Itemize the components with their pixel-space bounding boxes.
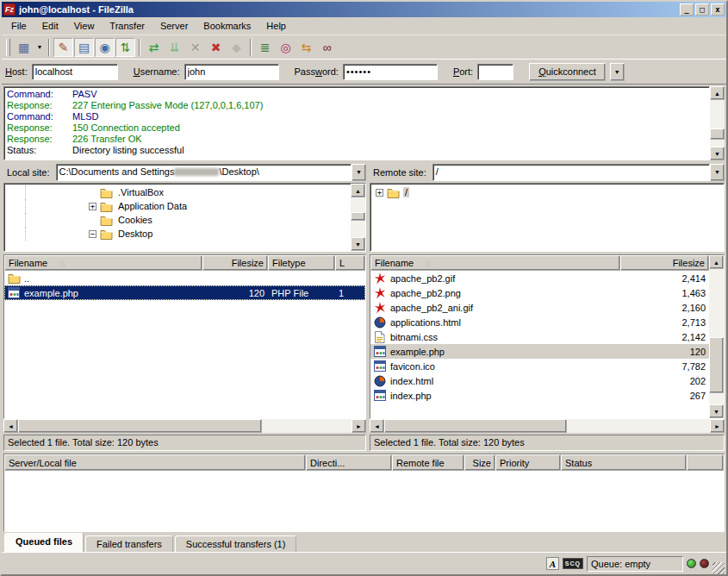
column-header-filesize[interactable]: Filesize [620, 255, 709, 271]
file-row[interactable]: apache_pb2.png1,463 [370, 285, 709, 300]
scroll-right-icon[interactable]: ► [352, 419, 366, 433]
queue-column-header-priority[interactable]: Priority [495, 454, 561, 471]
username-input[interactable] [184, 64, 279, 80]
queue-tabs: Queued filesFailed transfersSuccessful t… [2, 532, 726, 552]
synchronized-browsing-icon[interactable]: ⇆ [296, 38, 316, 57]
menu-server[interactable]: Server [152, 19, 196, 33]
collapse-icon[interactable]: − [89, 230, 96, 238]
close-button[interactable]: x [711, 3, 725, 16]
port-input[interactable] [477, 64, 513, 80]
remote-site-path[interactable]: / [432, 164, 710, 181]
compare-directories-icon[interactable]: ◎ [276, 38, 296, 57]
queue-column-header-size[interactable]: Size [464, 454, 495, 471]
tab-successful-transfers-1[interactable]: Successful transfers (1) [175, 535, 297, 552]
remote-list-hscroll[interactable]: ◄ ► [370, 419, 725, 433]
local-tree-vscroll[interactable]: ▲ ▼ [351, 184, 365, 251]
minimize-button[interactable]: _ [680, 3, 694, 16]
file-row[interactable]: bitnami.css2,142 [370, 329, 709, 344]
scroll-thumb[interactable] [384, 419, 567, 433]
quickconnect-bar: Host: Username: Password: Port: Quickcon… [2, 59, 726, 85]
tree-item[interactable]: +Application Data [4, 199, 351, 213]
queue-column-header-server-local-file[interactable]: Server/Local file [4, 454, 306, 471]
scroll-up-icon[interactable]: ▲ [710, 86, 725, 100]
file-row[interactable]: favicon.ico7,782 [370, 359, 709, 373]
quickconnect-dropdown[interactable]: ▼ [610, 63, 625, 81]
scroll-thumb[interactable] [710, 128, 725, 140]
queue-column-header-remote-file[interactable]: Remote file [392, 454, 464, 471]
process-queue-icon[interactable]: ⇊ [165, 38, 184, 57]
queue-column-header-directi-[interactable]: Directi... [306, 454, 392, 471]
tab-queued-files[interactable]: Queued files [4, 533, 84, 552]
column-header-filename[interactable]: Filename△ [370, 255, 620, 271]
menu-view[interactable]: View [66, 19, 103, 33]
file-row[interactable]: index.html202 [370, 373, 709, 388]
host-input[interactable] [32, 64, 118, 80]
menu-help[interactable]: Help [258, 19, 294, 33]
site-manager-dropdown-icon[interactable]: ▼ [34, 38, 45, 57]
scroll-left-icon[interactable]: ◄ [370, 419, 384, 433]
column-header-filetype[interactable]: Filetype [268, 255, 335, 271]
host-label: Host: [5, 66, 28, 77]
menu-transfer[interactable]: Transfer [102, 19, 152, 33]
file-row[interactable]: index.php267 [370, 388, 709, 403]
filter-icon[interactable]: ≣ [255, 38, 275, 57]
local-list-hscroll[interactable]: ◄ ► [3, 419, 366, 433]
scroll-thumb[interactable] [351, 212, 365, 221]
file-row[interactable]: example.php120PHP File1 [4, 285, 365, 300]
site-manager-icon[interactable]: ▦ [14, 38, 34, 57]
queue-column-header-[interactable] [687, 454, 724, 471]
scroll-thumb[interactable] [709, 337, 724, 394]
titlebar[interactable]: Fz john@localhost - FileZilla _ □ x [2, 2, 726, 17]
queue-column-header-status[interactable]: Status [561, 454, 687, 471]
file-row[interactable]: applications.html2,713 [370, 315, 709, 329]
file-row[interactable]: example.php120 [370, 344, 709, 359]
folder-icon [100, 214, 114, 226]
local-site-combobox[interactable]: C:\Documents and Settings\Desktop\ ▼ [56, 164, 366, 181]
file-row[interactable]: .. [4, 271, 365, 285]
expand-icon[interactable]: + [376, 189, 383, 197]
password-input[interactable] [343, 64, 438, 80]
disconnect-icon[interactable]: ✖ [206, 38, 226, 57]
message-log-vscroll[interactable]: ▲ ▼ [710, 86, 725, 160]
file-row[interactable]: apache_pb2_ani.gif2,160 [370, 300, 709, 315]
file-row[interactable]: apache_pb2.gif2,414 [370, 271, 709, 285]
local-site-path[interactable]: C:\Documents and Settings\Desktop\ [56, 164, 352, 181]
scroll-down-icon[interactable]: ▼ [351, 237, 365, 251]
maximize-button[interactable]: □ [695, 3, 709, 16]
scroll-left-icon[interactable]: ◄ [3, 419, 18, 433]
tab-failed-transfers[interactable]: Failed transfers [85, 535, 173, 552]
quickconnect-button[interactable]: Quickconnect [529, 63, 606, 81]
refresh-icon[interactable]: ⇄ [144, 38, 164, 57]
combo-dropdown-icon[interactable]: ▼ [710, 164, 725, 181]
tree-item[interactable]: +/ [370, 185, 724, 199]
scroll-down-icon[interactable]: ▼ [710, 147, 725, 160]
column-header-l[interactable]: L [335, 255, 365, 271]
tree-item[interactable]: Cookies [4, 213, 351, 227]
toggle-local-tree-icon[interactable]: ▤ [74, 38, 94, 57]
resize-grip[interactable] [712, 562, 725, 574]
cancel-operation-icon[interactable]: ✕ [185, 38, 205, 57]
tree-item[interactable]: −Desktop [4, 227, 351, 241]
menu-edit[interactable]: Edit [34, 19, 66, 33]
remote-site-combobox[interactable]: / ▼ [432, 164, 725, 181]
column-header-filesize[interactable]: Filesize [202, 255, 268, 271]
file-name: apache_pb2_ani.gif [390, 303, 473, 313]
menu-bookmarks[interactable]: Bookmarks [196, 19, 258, 33]
toggle-remote-tree-icon[interactable]: ◉ [95, 38, 115, 57]
scroll-up-icon[interactable]: ▲ [351, 184, 365, 197]
scroll-down-icon[interactable]: ▼ [709, 404, 724, 418]
scroll-right-icon[interactable]: ► [710, 419, 725, 433]
abort-icon[interactable]: ◆ [227, 38, 246, 57]
scroll-up-icon[interactable]: ▲ [709, 255, 724, 269]
menu-file[interactable]: File [3, 19, 34, 33]
combo-dropdown-icon[interactable]: ▼ [352, 164, 366, 181]
find-files-icon[interactable]: ∞ [317, 38, 337, 57]
remote-list-vscroll[interactable]: ▲ ▼ [709, 255, 724, 418]
expand-icon[interactable]: + [89, 203, 96, 210]
tree-item[interactable]: .VirtualBox [4, 185, 351, 199]
column-header-filename[interactable]: Filename△ [4, 255, 202, 271]
toolbar-grip[interactable] [6, 39, 10, 56]
scroll-thumb[interactable] [18, 419, 262, 433]
toggle-queue-icon[interactable]: ⇅ [115, 38, 135, 57]
toggle-message-log-icon[interactable]: ✎ [53, 38, 73, 57]
